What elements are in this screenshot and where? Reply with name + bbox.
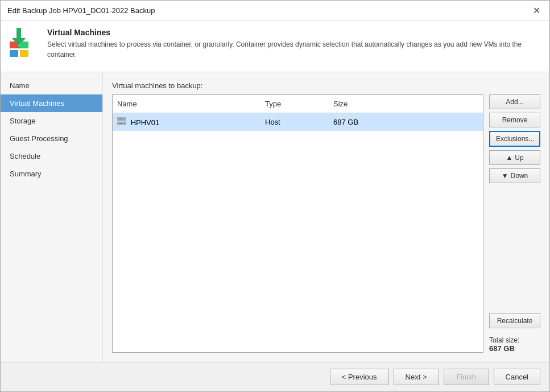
title-bar: Edit Backup Job HPV01_DC01-2022 Backup ✕ (1, 1, 549, 21)
vm-row-name: HPHV01 (113, 115, 260, 129)
sidebar: Name Virtual Machines Storage Guest Proc… (1, 72, 103, 362)
sidebar-item-storage[interactable]: Storage (1, 112, 102, 130)
vm-table-body: HPHV01 Host 687 GB (113, 113, 483, 352)
sidebar-item-schedule[interactable]: Schedule (1, 147, 102, 165)
up-button[interactable]: ▲ Up (489, 150, 540, 165)
main-content: Name Virtual Machines Storage Guest Proc… (1, 72, 549, 362)
content-area: Virtual machines to backup: Name Type Si… (103, 72, 549, 362)
vm-list-label: Virtual machines to backup: (112, 81, 540, 90)
table-row[interactable]: HPHV01 Host 687 GB (113, 113, 483, 131)
previous-button[interactable]: < Previous (330, 369, 389, 385)
remove-button[interactable]: Remove (489, 113, 540, 127)
dialog-title: Edit Backup Job HPV01_DC01-2022 Backup (7, 6, 155, 15)
close-button[interactable]: ✕ (530, 5, 543, 17)
vm-table: Name Type Size (112, 94, 483, 353)
buttons-panel: Add... Remove Exclusions... ▲ Up ▼ Down … (489, 94, 540, 353)
sidebar-item-name[interactable]: Name (1, 77, 102, 94)
next-button[interactable]: Next > (394, 369, 439, 385)
col-header-size: Size (329, 97, 386, 110)
svg-rect-5 (118, 123, 123, 124)
vm-table-header: Name Type Size (113, 95, 483, 113)
header-title: Virtual Machines (47, 28, 540, 37)
header-text: Virtual Machines Select virtual machines… (47, 28, 540, 60)
up-arrow-icon: ▲ (506, 154, 512, 162)
server-icon (117, 117, 126, 125)
total-size-area: Total size: 687 GB (489, 336, 540, 353)
header-section: Virtual Machines Select virtual machines… (1, 21, 549, 72)
vm-row-size: 687 GB (329, 116, 386, 128)
down-arrow-icon: ▼ (502, 172, 508, 180)
exclusions-button[interactable]: Exclusions... (489, 131, 540, 147)
col-header-type: Type (260, 97, 329, 110)
edit-backup-job-dialog: Edit Backup Job HPV01_DC01-2022 Backup ✕… (0, 0, 550, 392)
vm-area: Name Type Size (112, 94, 540, 353)
add-button[interactable]: Add... (489, 94, 540, 109)
header-icon (10, 28, 39, 57)
svg-rect-4 (118, 118, 123, 119)
finish-button[interactable]: Finish (444, 369, 489, 385)
cancel-button[interactable]: Cancel (494, 369, 540, 385)
recalculate-button[interactable]: Recalculate (489, 313, 540, 328)
vm-row-type: Host (260, 116, 329, 128)
sidebar-item-summary[interactable]: Summary (1, 165, 102, 183)
svg-point-3 (124, 123, 126, 125)
windows-logo-icon (10, 42, 29, 57)
footer: < Previous Next > Finish Cancel (1, 362, 549, 391)
sidebar-item-virtual-machines[interactable]: Virtual Machines (1, 94, 102, 112)
header-description: Select virtual machines to process via c… (47, 39, 540, 60)
svg-point-2 (124, 118, 126, 120)
sidebar-item-guest-processing[interactable]: Guest Processing (1, 130, 102, 147)
total-size-value: 687 GB (489, 344, 540, 353)
down-button[interactable]: ▼ Down (489, 168, 540, 183)
col-header-name: Name (113, 97, 260, 110)
total-size-label: Total size: (489, 336, 540, 344)
